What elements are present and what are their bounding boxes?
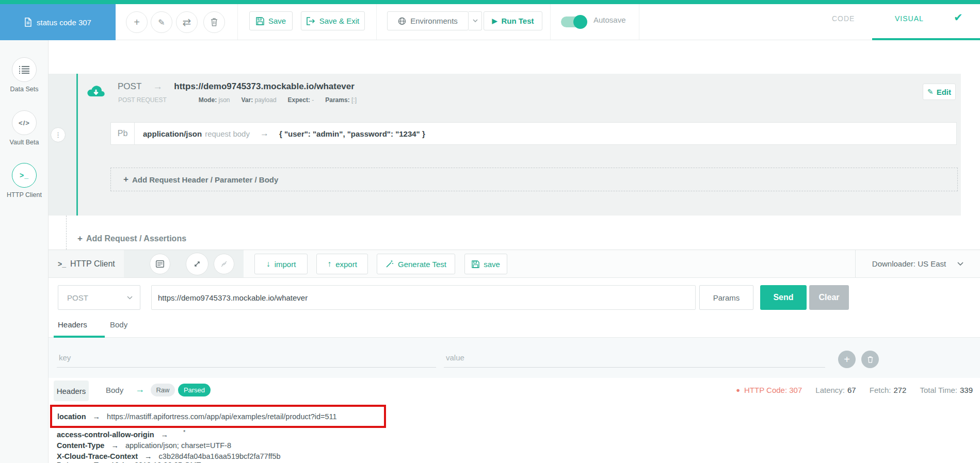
tab-visual[interactable]: VISUAL bbox=[895, 14, 924, 23]
save-request-label: save bbox=[484, 260, 500, 269]
body-label: request body bbox=[205, 129, 250, 138]
code-icon: </> bbox=[12, 110, 37, 135]
arrow-icon: → bbox=[79, 461, 87, 463]
response-header-row: Content-Type → application/json; charset… bbox=[57, 440, 231, 451]
response-metrics: ● HTTP Code: 307 Latency: 67 Fetch: 272 … bbox=[736, 378, 973, 402]
tab-request-headers[interactable]: Headers bbox=[58, 320, 87, 329]
sidebar-item-label: Vault Beta bbox=[10, 139, 39, 146]
sidebar-item-http-client[interactable]: >_ HTTP Client bbox=[0, 163, 49, 199]
pencil-icon: ✎ bbox=[158, 18, 165, 27]
export-button[interactable]: ↑ export bbox=[316, 254, 368, 274]
reorder-button[interactable]: ⇄ bbox=[176, 11, 198, 33]
save-request-button[interactable]: save bbox=[464, 254, 507, 274]
add-header-row-button[interactable]: + bbox=[838, 351, 856, 368]
tab-response-headers[interactable]: Headers bbox=[54, 381, 89, 401]
add-component-button[interactable]: + bbox=[126, 11, 148, 33]
delete-button[interactable] bbox=[203, 11, 225, 33]
delete-header-row-button[interactable] bbox=[861, 351, 879, 368]
run-test-button[interactable]: ▶ Run Test bbox=[484, 11, 542, 30]
pencil-icon: ✎ bbox=[927, 88, 934, 96]
url-input[interactable] bbox=[151, 285, 696, 310]
body-value: { "user": "admin", "password": "1234" } bbox=[279, 129, 425, 138]
arrow-icon: → bbox=[135, 384, 144, 395]
tab-request-body[interactable]: Body bbox=[110, 320, 127, 329]
arrow-icon: → bbox=[153, 81, 163, 92]
header-value: https://mastiff.apifortress.com/app/api/… bbox=[107, 412, 337, 421]
swap-arrows-icon: ⇄ bbox=[183, 16, 191, 28]
downloader-label: Downloader: US East bbox=[872, 259, 946, 268]
component-menu-button[interactable]: ⋮ bbox=[51, 127, 66, 142]
add-request-assertions-button[interactable]: + Add Request / Assertions bbox=[77, 231, 186, 246]
downloader-select[interactable]: Downloader: US East bbox=[855, 250, 980, 277]
console-view-button[interactable] bbox=[150, 254, 170, 274]
topbar-divider bbox=[237, 4, 238, 40]
chevron-down-icon bbox=[957, 262, 963, 266]
save-button[interactable]: Save bbox=[249, 11, 293, 30]
edit-request-button[interactable]: ✎ Edit bbox=[923, 84, 956, 100]
tab-response-body[interactable]: Body bbox=[106, 386, 123, 394]
response-headers-list: location → https://mastiff.apifortress.c… bbox=[49, 402, 980, 463]
terminal-icon: >_ bbox=[12, 163, 37, 188]
add-request-header-button[interactable]: + Add Request Header / Parameter / Body bbox=[110, 168, 958, 191]
plus-icon: + bbox=[844, 354, 850, 366]
console-icon bbox=[156, 260, 164, 268]
header-key-value-row: + bbox=[49, 338, 980, 378]
collapse-icon bbox=[220, 260, 228, 268]
parsed-toggle[interactable]: Parsed bbox=[178, 384, 211, 396]
document-icon bbox=[24, 18, 32, 27]
arrow-down-icon: ↓ bbox=[266, 259, 270, 269]
list-icon bbox=[12, 57, 37, 82]
topbar: status code 307 + ✎ ⇄ Save Save & Exit bbox=[0, 0, 980, 40]
generate-test-button[interactable]: Generate Test bbox=[377, 254, 455, 274]
environments-button[interactable]: Environments bbox=[387, 11, 469, 30]
toggle-knob bbox=[573, 15, 587, 29]
terminal-icon: >_ bbox=[58, 260, 66, 268]
trash-icon bbox=[210, 18, 218, 27]
total-time-value: 339 bbox=[960, 386, 973, 394]
raw-toggle[interactable]: Raw bbox=[151, 384, 175, 396]
add-assertions-label: Add Request / Assertions bbox=[86, 234, 186, 243]
clear-button[interactable]: Clear bbox=[809, 285, 849, 310]
location-header-highlight-box: location → https://mastiff.apifortress.c… bbox=[50, 405, 386, 428]
plus-icon: + bbox=[123, 174, 128, 185]
autosave-toggle[interactable] bbox=[561, 16, 586, 27]
send-button[interactable]: Send bbox=[760, 285, 807, 310]
save-exit-button[interactable]: Save & Exit bbox=[301, 11, 365, 30]
header-name: Content-Type bbox=[57, 441, 104, 450]
floppy-icon bbox=[472, 260, 479, 268]
arrow-icon: → bbox=[260, 128, 269, 139]
total-time-label: Total Time: bbox=[920, 386, 957, 394]
latency-label: Latency: bbox=[815, 386, 845, 394]
sidebar: Data Sets </> Vault Beta >_ HTTP Client bbox=[0, 40, 49, 463]
method-select[interactable]: POST bbox=[58, 285, 140, 310]
header-value-input[interactable] bbox=[444, 348, 825, 368]
environments-dropdown-chevron[interactable] bbox=[469, 11, 482, 30]
import-label: import bbox=[275, 260, 296, 269]
collapse-panel-button[interactable] bbox=[214, 254, 234, 274]
params-button[interactable]: Params bbox=[699, 285, 753, 310]
tab-code[interactable]: CODE bbox=[832, 14, 855, 23]
header-key-input[interactable] bbox=[57, 348, 436, 368]
request-body-row[interactable]: Pb application/json request body → { "us… bbox=[110, 122, 957, 145]
method-select-value: POST bbox=[67, 293, 88, 302]
http-client-title: >_ HTTP Client bbox=[58, 250, 115, 277]
wand-icon bbox=[385, 260, 394, 268]
test-name-label: status code 307 bbox=[37, 18, 91, 27]
request-meta-row: POST REQUEST Mode: json Var: payload Exp… bbox=[118, 96, 368, 104]
expand-panel-button[interactable] bbox=[186, 253, 208, 275]
play-icon: ▶ bbox=[492, 17, 497, 25]
expand-icon bbox=[193, 260, 201, 268]
sidebar-item-vault[interactable]: </> Vault Beta bbox=[0, 110, 49, 146]
sidebar-item-label: Data Sets bbox=[10, 86, 39, 93]
edit-test-button[interactable]: ✎ bbox=[151, 11, 172, 33]
response-tabs-row: Headers Body → Raw Parsed ● HTTP Code: 3… bbox=[49, 378, 980, 402]
http-client-request-row: POST Params Send Clear bbox=[49, 278, 980, 315]
test-name-tab[interactable]: status code 307 bbox=[0, 4, 116, 40]
header-value: Tue, 10 Apr 2018 10:06:25 GMT bbox=[94, 461, 201, 463]
import-button[interactable]: ↓ import bbox=[254, 254, 308, 274]
sidebar-item-data-sets[interactable]: Data Sets bbox=[0, 57, 49, 93]
arrow-icon: → bbox=[111, 441, 119, 450]
response-header-row: access-control-allow-origin → * bbox=[57, 429, 185, 440]
confirm-check-icon[interactable]: ✔ bbox=[954, 11, 963, 24]
post-body-badge: Pb bbox=[111, 123, 135, 144]
